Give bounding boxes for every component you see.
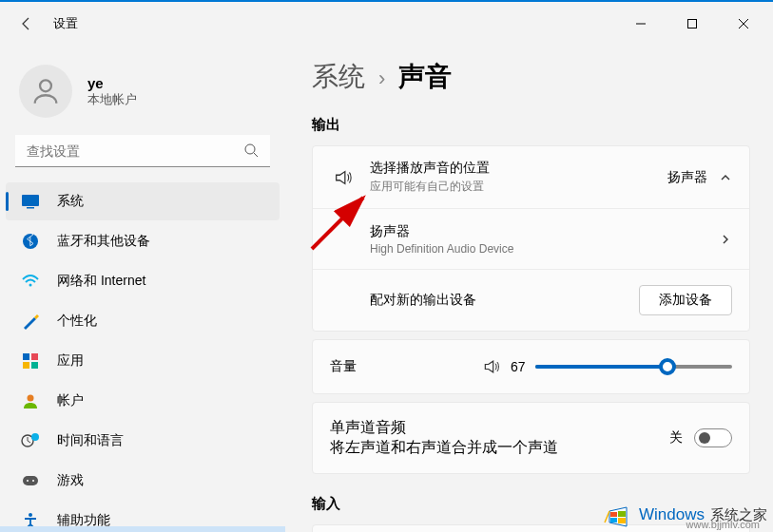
- add-device-button[interactable]: 添加设备: [639, 285, 732, 315]
- nav-label: 游戏: [57, 472, 84, 489]
- svg-point-2: [40, 80, 51, 91]
- nav-time-language[interactable]: 时间和语言: [6, 422, 280, 460]
- svg-rect-11: [23, 362, 29, 369]
- nav-accounts[interactable]: 帐户: [6, 382, 280, 420]
- gaming-icon: [19, 469, 42, 492]
- output-device-card: 选择播放声音的位置 应用可能有自己的设置 扬声器 扬声器 High Defini…: [312, 145, 750, 332]
- nav-bluetooth[interactable]: 蓝牙和其他设备: [6, 222, 280, 260]
- nav-label: 应用: [57, 352, 84, 370]
- clock-globe-icon: [19, 429, 42, 452]
- svg-rect-21: [610, 512, 617, 517]
- maximize-button[interactable]: [670, 9, 714, 39]
- nav-apps[interactable]: 应用: [6, 342, 280, 380]
- row-subtitle: High Definition Audio Device: [370, 242, 719, 256]
- row-subtitle: 应用可能有自己的设置: [370, 179, 667, 195]
- toggle-state-label: 关: [669, 429, 683, 446]
- volume-label: 音量: [330, 358, 482, 375]
- chevron-right-icon: [719, 233, 732, 246]
- row-title: 配对新的输出设备: [370, 292, 639, 309]
- nav-label: 帐户: [57, 392, 84, 409]
- svg-point-3: [245, 144, 255, 154]
- mono-audio-toggle[interactable]: [694, 428, 732, 447]
- avatar: [19, 65, 72, 118]
- svg-point-8: [29, 284, 32, 287]
- nav-label: 个性化: [57, 313, 97, 330]
- volume-card: 音量 67: [312, 339, 750, 394]
- row-title: 单声道音频: [330, 418, 669, 438]
- system-icon: [19, 190, 42, 213]
- row-title: 选择播放声音的位置: [370, 160, 667, 177]
- nav-personalization[interactable]: 个性化: [6, 302, 280, 340]
- row-title: 扬声器: [370, 223, 719, 240]
- back-button[interactable]: [8, 5, 46, 43]
- svg-rect-23: [610, 518, 617, 522]
- close-button[interactable]: [722, 9, 765, 39]
- svg-point-18: [32, 480, 34, 482]
- chevron-up-icon: [719, 171, 732, 184]
- mono-audio-card: 单声道音频 将左声道和右声道合并成一个声道 关: [312, 402, 750, 474]
- taskbar-edge: [0, 526, 285, 532]
- nav-label: 时间和语言: [57, 432, 124, 449]
- search-icon: [243, 142, 259, 158]
- nav-label: 网络和 Internet: [57, 273, 145, 290]
- speaker-device-row[interactable]: 扬声器 High Definition Audio Device: [313, 209, 749, 270]
- account-icon: [19, 390, 42, 412]
- profile-block[interactable]: ye 本地帐户: [0, 57, 285, 135]
- apps-icon: [19, 350, 42, 372]
- svg-point-17: [27, 480, 29, 482]
- svg-rect-24: [618, 518, 626, 523]
- choose-output-device-row[interactable]: 选择播放声音的位置 应用可能有自己的设置 扬声器: [313, 146, 749, 209]
- breadcrumb: 系统 › 声音: [312, 59, 750, 95]
- watermark-url: www.bjjmlv.com: [686, 519, 760, 530]
- window-title: 设置: [53, 15, 78, 32]
- profile-name: ye: [87, 75, 137, 91]
- speaker-icon: [330, 167, 357, 188]
- volume-value: 67: [511, 359, 526, 374]
- nav-label: 蓝牙和其他设备: [57, 233, 150, 250]
- nav-system[interactable]: 系统: [6, 182, 280, 220]
- svg-rect-9: [23, 353, 29, 360]
- bluetooth-icon: [19, 230, 42, 253]
- minimize-button[interactable]: [619, 9, 663, 39]
- brush-icon: [19, 310, 42, 332]
- nav-gaming[interactable]: 游戏: [6, 462, 280, 500]
- row-subtitle: 将左声道和右声道合并成一个声道: [330, 438, 669, 458]
- search-input[interactable]: [15, 135, 270, 167]
- svg-rect-5: [22, 195, 39, 206]
- svg-point-19: [29, 513, 32, 517]
- volume-icon[interactable]: [482, 357, 501, 376]
- selected-output-value: 扬声器: [667, 169, 707, 186]
- svg-rect-12: [31, 362, 38, 369]
- nav-network[interactable]: 网络和 Internet: [6, 262, 280, 300]
- profile-subtitle: 本地帐户: [87, 91, 137, 108]
- output-section-title: 输出: [312, 116, 750, 134]
- page-title: 声音: [398, 59, 452, 95]
- volume-slider[interactable]: [535, 357, 732, 376]
- chevron-right-icon: ›: [378, 66, 385, 91]
- svg-rect-22: [618, 511, 626, 517]
- nav-label: 系统: [57, 193, 84, 210]
- svg-point-13: [28, 395, 34, 402]
- breadcrumb-parent[interactable]: 系统: [312, 59, 365, 95]
- pair-output-row: 配对新的输出设备 添加设备: [313, 270, 749, 331]
- svg-rect-1: [688, 20, 697, 28]
- slider-thumb[interactable]: [659, 358, 676, 375]
- svg-rect-10: [31, 353, 38, 360]
- wifi-icon: [19, 270, 42, 293]
- svg-rect-16: [23, 476, 38, 485]
- windows-logo-icon: [603, 502, 633, 528]
- svg-rect-6: [27, 207, 34, 209]
- svg-line-4: [254, 153, 258, 157]
- svg-point-15: [31, 433, 39, 441]
